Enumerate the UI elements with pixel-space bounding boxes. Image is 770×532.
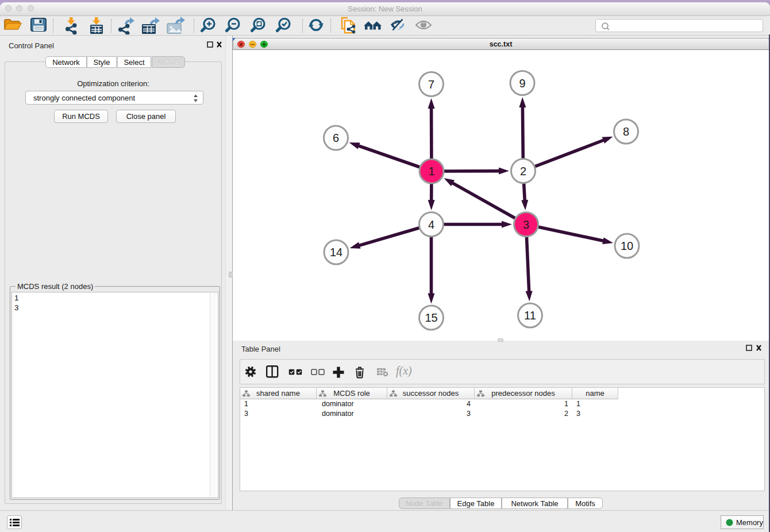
svg-text:2: 2 (519, 164, 526, 177)
svg-text:7: 7 (428, 78, 434, 90)
svg-text:9: 9 (519, 76, 525, 89)
svg-text:11: 11 (524, 309, 536, 322)
svg-text:6: 6 (332, 132, 338, 144)
svg-text:14: 14 (329, 246, 342, 259)
svg-text:10: 10 (620, 240, 633, 252)
svg-text:1: 1 (428, 165, 434, 178)
svg-text:4: 4 (428, 218, 434, 230)
svg-text:3: 3 (522, 218, 529, 230)
svg-text:15: 15 (425, 311, 437, 324)
svg-text:8: 8 (622, 125, 629, 138)
